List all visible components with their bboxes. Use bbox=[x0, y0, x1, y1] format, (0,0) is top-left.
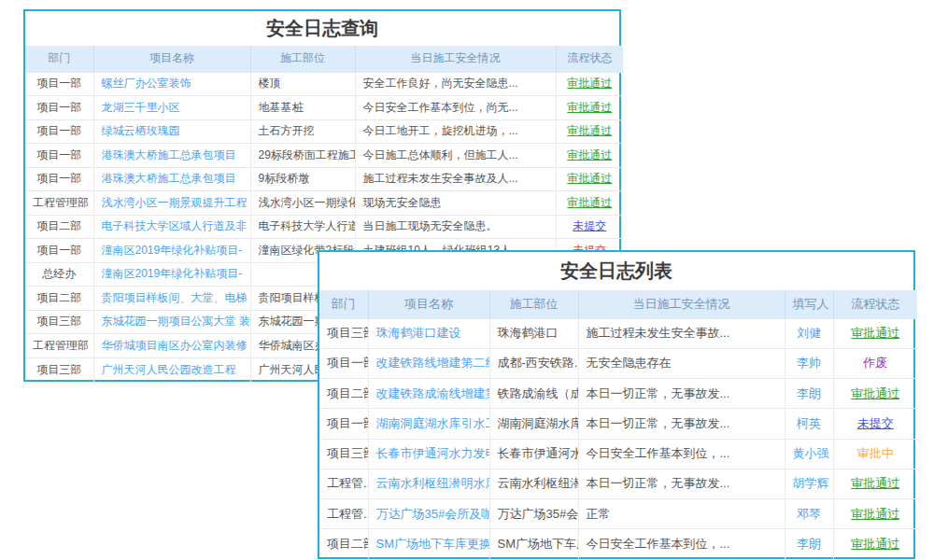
status-link[interactable]: 审批通过 bbox=[556, 191, 623, 216]
status-link[interactable]: 未提交 bbox=[556, 215, 623, 239]
project-name-link[interactable]: 长春市伊通河水力发电厂... bbox=[368, 439, 489, 469]
table-row: 项目二部改建铁路成渝线增建第二...铁路成渝线（成...本日一切正常，无事故发.… bbox=[319, 379, 917, 409]
cell-safety-situation: 无安全隐患存在 bbox=[578, 348, 785, 378]
status-link[interactable]: 审批通过 bbox=[833, 529, 917, 559]
table-row: 工程管理部浅水湾小区一期景观提升工程浅水湾小区一期绿化地现场无安全隐患审批通过 bbox=[25, 191, 623, 216]
cell-construction-location: 湖南洞庭湖水库 bbox=[489, 409, 578, 439]
status-link[interactable]: 审批中 bbox=[833, 439, 917, 469]
writer-link[interactable]: 刘健 bbox=[785, 318, 833, 348]
column-header: 部门 bbox=[25, 46, 93, 72]
cell-department: 项目一部 bbox=[25, 72, 93, 96]
cell-department: 工程管... bbox=[319, 499, 368, 529]
cell-department: 项目一部 bbox=[319, 348, 368, 378]
status-link[interactable]: 审批通过 bbox=[833, 379, 917, 409]
table-row: 项目二部SM广场地下车库更换摄...SM广场地下车库今日安全工作基本到位，...… bbox=[319, 529, 917, 559]
project-name-link[interactable]: 改建铁路线增建第二线直... bbox=[368, 348, 489, 378]
status-link[interactable]: 审批通过 bbox=[833, 318, 917, 348]
column-header: 流程状态 bbox=[833, 290, 917, 318]
writer-link[interactable]: 黄小强 bbox=[785, 439, 833, 469]
page-title: 安全日志列表 bbox=[319, 252, 913, 290]
project-name-link[interactable]: 绿城云栖玫瑰园 bbox=[93, 119, 250, 144]
project-name-link[interactable]: 港珠澳大桥施工总承包项目 bbox=[93, 167, 250, 191]
project-name-link[interactable]: 电子科技大学区域人行道及非 bbox=[93, 215, 250, 239]
column-header: 流程状态 bbox=[556, 46, 623, 72]
table-row: 项目三部长春市伊通河水力发电厂...长春市伊通河水...今日安全工作基本到位，.… bbox=[319, 439, 917, 469]
cell-department: 项目一部 bbox=[25, 96, 93, 120]
project-name-link[interactable]: 湖南洞庭湖水库引水工程... bbox=[368, 409, 489, 439]
status-link[interactable]: 审批通过 bbox=[556, 167, 623, 191]
project-name-link[interactable]: 改建铁路成渝线增建第二... bbox=[368, 379, 489, 409]
cell-safety-situation: 现场无安全隐患 bbox=[355, 191, 556, 216]
column-header: 施工部位 bbox=[250, 46, 355, 72]
cell-department: 项目二部 bbox=[25, 215, 93, 239]
table-row: 项目一部螺丝厂办公室装饰楼顶安全工作良好，尚无安全隐患...审批通过 bbox=[25, 72, 623, 96]
cell-safety-situation: 今日安全工作基本到位，... bbox=[578, 529, 785, 559]
cell-construction-location: 浅水湾小区一期绿化地 bbox=[250, 191, 355, 216]
cell-construction-location: 土石方开挖 bbox=[250, 119, 355, 144]
project-name-link[interactable]: 龙湖三千里小区 bbox=[93, 96, 250, 120]
status-link[interactable]: 作废 bbox=[833, 348, 917, 378]
page-title: 安全日志查询 bbox=[25, 11, 619, 46]
writer-link[interactable]: 李朗 bbox=[785, 529, 833, 559]
column-header: 项目名称 bbox=[368, 290, 489, 318]
status-link[interactable]: 审批通过 bbox=[556, 144, 623, 168]
project-name-link[interactable]: 浅水湾小区一期景观提升工程 bbox=[93, 191, 250, 216]
status-link[interactable]: 审批通过 bbox=[556, 96, 623, 120]
project-name-link[interactable]: 潼南区2019年绿化补贴项目- bbox=[93, 239, 250, 263]
table-row: 项目一部龙湖三千里小区地基基桩今日安全工作基本到位，尚无...审批通过 bbox=[25, 96, 623, 120]
safety-log-list-table: 部门项目名称施工部位当日施工安全情况填写人流程状态 项目三部珠海鹤港口建设珠海鹤… bbox=[319, 290, 917, 559]
table-row: 工程管...万达广场35#会所及咖啡...万达广场35#会...正常邓琴审批通过 bbox=[319, 499, 917, 529]
header-row: 部门项目名称施工部位当日施工安全情况填写人流程状态 bbox=[319, 290, 917, 318]
writer-link[interactable]: 李朗 bbox=[785, 379, 833, 409]
project-name-link[interactable]: 贵阳项目样板间、大堂、电梯 bbox=[93, 287, 250, 311]
cell-construction-location: 9标段桥墩 bbox=[250, 167, 355, 191]
table-row: 项目一部绿城云栖玫瑰园土石方开挖今日工地开工，旋挖机进场，...审批通过 bbox=[25, 119, 623, 144]
project-name-link[interactable]: 东城花园一期项目公寓大堂 装 bbox=[93, 310, 250, 334]
cell-construction-location: 29标段桥面工程施工 bbox=[250, 144, 355, 168]
cell-department: 项目一部 bbox=[319, 409, 368, 439]
cell-safety-situation: 当日施工现场无安全隐患。 bbox=[355, 215, 556, 239]
cell-safety-situation: 本日一切正常，无事故发... bbox=[578, 379, 785, 409]
project-name-link[interactable]: SM广场地下车库更换摄... bbox=[368, 529, 489, 559]
table-row: 项目三部珠海鹤港口建设珠海鹤港口施工过程未发生安全事故...刘健审批通过 bbox=[319, 318, 917, 348]
cell-construction-location: 万达广场35#会... bbox=[489, 499, 578, 529]
column-header: 当日施工安全情况 bbox=[355, 46, 556, 72]
writer-link[interactable]: 李帅 bbox=[785, 348, 833, 378]
table-row: 工程管...云南水利枢纽潜明水库一...云南水利枢纽潜...本日一切正常，无事故… bbox=[319, 469, 917, 498]
cell-safety-situation: 本日一切正常，无事故发... bbox=[578, 469, 785, 498]
project-name-link[interactable]: 云南水利枢纽潜明水库一... bbox=[368, 469, 489, 498]
column-header: 部门 bbox=[319, 290, 368, 318]
status-link[interactable]: 审批通过 bbox=[556, 119, 623, 144]
project-name-link[interactable]: 螺丝厂办公室装饰 bbox=[93, 72, 250, 96]
cell-construction-location: SM广场地下车库 bbox=[489, 529, 578, 559]
project-name-link[interactable]: 潼南区2019年绿化补贴项目- bbox=[93, 262, 250, 287]
column-header: 施工部位 bbox=[489, 290, 578, 318]
writer-link[interactable]: 柯英 bbox=[785, 409, 833, 439]
project-name-link[interactable]: 万达广场35#会所及咖啡... bbox=[368, 499, 489, 529]
column-header: 填写人 bbox=[785, 290, 833, 318]
status-link[interactable]: 未提交 bbox=[833, 409, 917, 439]
safety-log-list-panel: 安全日志列表 部门项目名称施工部位当日施工安全情况填写人流程状态 项目三部珠海鹤… bbox=[318, 250, 915, 559]
status-link[interactable]: 审批通过 bbox=[833, 469, 917, 498]
cell-department: 项目一部 bbox=[25, 144, 93, 168]
cell-department: 项目一部 bbox=[25, 119, 93, 144]
cell-construction-location: 地基基桩 bbox=[250, 96, 355, 120]
table-row: 项目一部港珠澳大桥施工总承包项目9标段桥墩施工过程未发生安全事故及人...审批通… bbox=[25, 167, 623, 191]
cell-construction-location: 电子科技大学人行道... bbox=[250, 215, 355, 239]
status-link[interactable]: 审批通过 bbox=[556, 72, 623, 96]
writer-link[interactable]: 胡学辉 bbox=[785, 469, 833, 498]
cell-department: 项目三部 bbox=[319, 318, 368, 348]
table-row: 项目一部湖南洞庭湖水库引水工程...湖南洞庭湖水库本日一切正常，无事故发...柯… bbox=[319, 409, 917, 439]
project-name-link[interactable]: 港珠澳大桥施工总承包项目 bbox=[93, 144, 250, 168]
table-row: 项目二部电子科技大学区域人行道及非电子科技大学人行道...当日施工现场无安全隐患… bbox=[25, 215, 623, 239]
project-name-link[interactable]: 华侨城项目南区办公室内装修 bbox=[93, 334, 250, 358]
cell-construction-location: 长春市伊通河水... bbox=[489, 439, 578, 469]
project-name-link[interactable]: 珠海鹤港口建设 bbox=[368, 318, 489, 348]
writer-link[interactable]: 邓琴 bbox=[785, 499, 833, 529]
project-name-link[interactable]: 广州天河人民公园改造工程 bbox=[93, 357, 250, 382]
cell-safety-situation: 安全工作良好，尚无安全隐患... bbox=[355, 72, 556, 96]
cell-construction-location: 珠海鹤港口 bbox=[489, 318, 578, 348]
status-link[interactable]: 审批通过 bbox=[833, 499, 917, 529]
table-row: 项目一部改建铁路线增建第二线直...成都-西安铁路...无安全隐患存在李帅作废 bbox=[319, 348, 917, 378]
cell-department: 项目三部 bbox=[25, 357, 93, 382]
